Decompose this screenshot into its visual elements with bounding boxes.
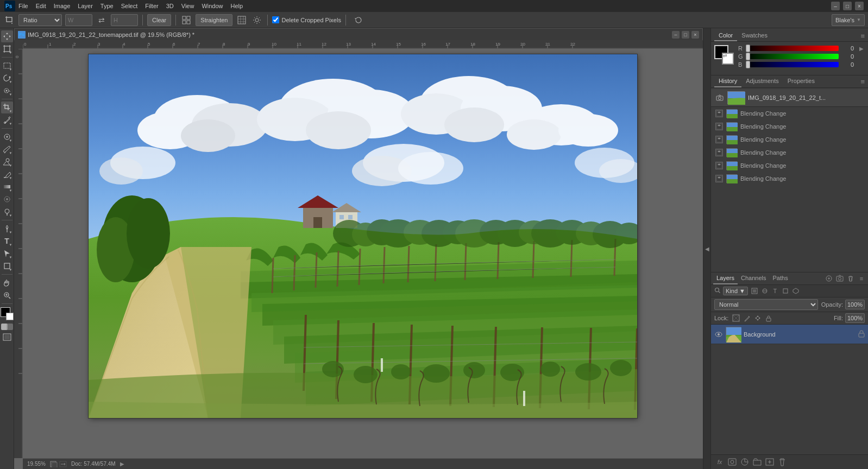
shape-tool[interactable]: ▼ xyxy=(1,260,13,272)
red-slider-thumb[interactable] xyxy=(746,45,750,52)
green-slider-thumb[interactable] xyxy=(746,53,750,60)
layer-fx-icon[interactable]: fx xyxy=(714,457,725,467)
eyedropper-tool[interactable]: ▼ xyxy=(1,114,13,126)
layer-adjustment-icon[interactable] xyxy=(739,457,750,467)
menu-layer[interactable]: Layer xyxy=(78,3,93,9)
menu-image[interactable]: Image xyxy=(54,3,71,9)
layers-panel-menu-icon[interactable]: ≡ xyxy=(857,274,866,283)
delete-cropped-label[interactable]: Delete Cropped Pixels xyxy=(272,16,341,23)
opacity-input[interactable] xyxy=(845,300,865,309)
pen-tool[interactable]: ▼ xyxy=(1,223,13,234)
filter-shape-icon[interactable] xyxy=(781,287,790,295)
dodge-tool[interactable]: ▼ xyxy=(1,206,13,218)
add-layer-adjustment-icon[interactable] xyxy=(825,274,833,283)
lock-move-icon[interactable] xyxy=(753,314,762,322)
restore-button[interactable]: □ xyxy=(843,2,852,10)
panel-collapse-button[interactable]: ◀ xyxy=(703,28,710,469)
menu-select[interactable]: Select xyxy=(121,3,138,9)
ratio-select[interactable]: Ratio xyxy=(18,14,62,26)
menu-3d[interactable]: 3D xyxy=(166,3,174,9)
tab-color[interactable]: Color xyxy=(714,30,737,41)
delete-layer-bottom-icon[interactable] xyxy=(777,457,788,467)
layer-visibility-background[interactable] xyxy=(714,330,723,339)
filter-pixel-icon[interactable] xyxy=(750,287,759,295)
filter-type-icon[interactable]: T xyxy=(771,287,779,295)
swap-icon[interactable]: ⇄ xyxy=(96,14,108,26)
new-layer-icon[interactable] xyxy=(764,457,775,467)
width-input[interactable] xyxy=(65,14,92,26)
filter-adjustment-icon[interactable] xyxy=(760,287,769,295)
history-item-0[interactable]: Blending Change xyxy=(711,107,868,120)
menu-edit[interactable]: Edit xyxy=(36,3,46,9)
tab-history[interactable]: History xyxy=(714,75,741,87)
fill-input[interactable] xyxy=(845,313,865,323)
zoom-tool[interactable] xyxy=(1,289,13,301)
delete-cropped-checkbox[interactable] xyxy=(272,16,279,23)
tab-layers[interactable]: Layers xyxy=(713,272,738,284)
tab-paths[interactable]: Paths xyxy=(770,272,791,284)
move-tool[interactable] xyxy=(1,30,13,42)
eraser-tool[interactable]: ▼ xyxy=(1,168,13,180)
crop-tool[interactable]: ▼ xyxy=(1,102,13,113)
doc-close-button[interactable]: × xyxy=(691,31,699,39)
overlay-icon[interactable] xyxy=(236,14,248,26)
lock-transparent-icon[interactable] xyxy=(732,314,740,322)
status-forward-arrow[interactable]: ▶ xyxy=(120,461,124,467)
doc-maximize-button[interactable]: □ xyxy=(682,31,689,39)
red-slider[interactable] xyxy=(746,46,839,51)
color-panel-close[interactable]: ≡ xyxy=(860,32,865,40)
layer-mask-icon[interactable] xyxy=(727,457,738,467)
green-slider[interactable] xyxy=(746,54,839,59)
heal-tool[interactable]: ▼ xyxy=(1,131,13,143)
artboard-tool[interactable]: ▼ xyxy=(1,43,13,55)
history-item-2[interactable]: Blending Change xyxy=(711,133,868,146)
history-snapshot[interactable]: IMG_0918_19_20_21_22_t... xyxy=(711,89,868,107)
history-item-4[interactable]: Blending Change xyxy=(711,159,868,172)
blur-tool[interactable] xyxy=(1,193,13,205)
tab-adjustments[interactable]: Adjustments xyxy=(741,75,783,87)
menu-filter[interactable]: Filter xyxy=(145,3,158,9)
blue-slider[interactable] xyxy=(746,62,839,67)
type-tool[interactable]: T ▼ xyxy=(1,235,13,247)
lock-paint-icon[interactable] xyxy=(743,314,751,322)
tab-swatches[interactable]: Swatches xyxy=(737,30,772,41)
menu-view[interactable]: View xyxy=(181,3,194,9)
settings-icon[interactable] xyxy=(251,14,263,26)
menu-window[interactable]: Window xyxy=(202,3,223,9)
background-color[interactable] xyxy=(6,313,14,320)
height-input[interactable] xyxy=(111,14,138,26)
clear-button[interactable]: Clear xyxy=(147,14,171,26)
grid-icon[interactable] xyxy=(180,14,192,26)
history-item-1[interactable]: Blending Change xyxy=(711,120,868,133)
stamp-tool[interactable]: ▼ xyxy=(1,156,13,168)
hand-tool[interactable] xyxy=(1,277,13,289)
menu-type[interactable]: Type xyxy=(100,3,114,9)
fg-bg-color-picker[interactable] xyxy=(1,307,14,320)
workspace-selector[interactable]: Blake's ▼ xyxy=(832,14,865,26)
history-panel-close[interactable]: ≡ xyxy=(860,78,865,86)
layer-group-icon[interactable] xyxy=(752,457,763,467)
filter-smartobj-icon[interactable] xyxy=(791,287,800,295)
reset-icon[interactable] xyxy=(353,14,364,26)
screen-mode-btn[interactable] xyxy=(3,333,11,342)
lasso-tool[interactable]: ▼ xyxy=(1,72,13,84)
doc-minimize-button[interactable]: – xyxy=(672,31,680,39)
delete-layer-icon[interactable] xyxy=(846,274,855,283)
brush-tool[interactable]: ▼ xyxy=(1,143,13,155)
color-panel-menu-icon[interactable]: ▶ xyxy=(858,45,865,52)
blend-mode-select[interactable]: Normal xyxy=(714,299,818,310)
marquee-tool[interactable]: ▼ xyxy=(1,60,13,72)
close-button[interactable]: × xyxy=(855,2,864,10)
quick-select-tool[interactable]: ▼ xyxy=(1,85,13,97)
camera-snapshot-icon[interactable] xyxy=(835,274,844,283)
swap-colors-icon[interactable]: ⇄ xyxy=(723,53,727,57)
blue-slider-thumb[interactable] xyxy=(746,61,750,68)
history-item-5[interactable]: Blending Change xyxy=(711,172,868,185)
minimize-button[interactable]: – xyxy=(831,2,840,10)
gradient-tool[interactable]: ▼ xyxy=(1,181,13,193)
tab-properties[interactable]: Properties xyxy=(783,75,819,87)
layers-kind-selector[interactable]: Kind ▼ xyxy=(723,287,748,295)
path-select-tool[interactable]: ▼ xyxy=(1,248,13,259)
tab-channels[interactable]: Channels xyxy=(738,272,769,284)
straighten-button[interactable]: Straighten xyxy=(196,14,232,26)
